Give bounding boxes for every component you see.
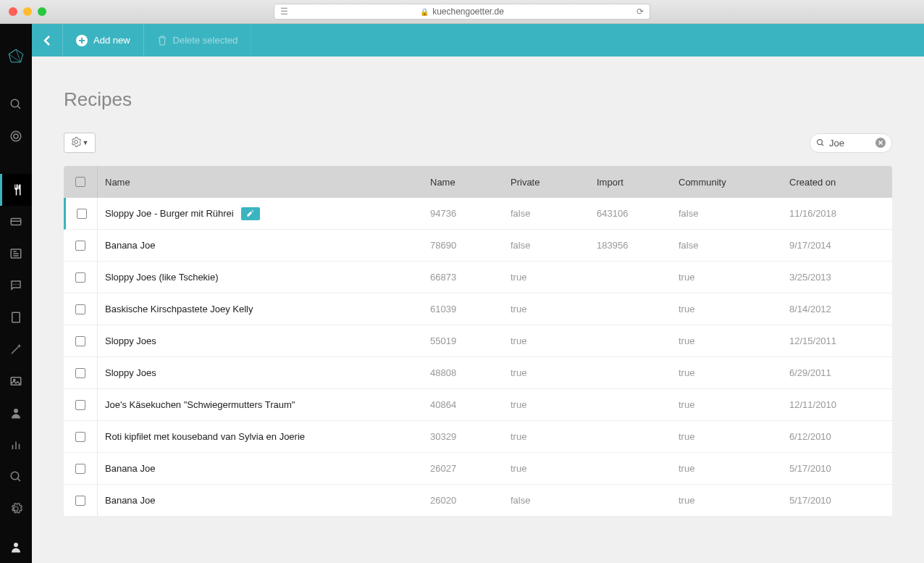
row-name: Banana Joe <box>98 463 423 474</box>
svg-line-28 <box>822 144 824 146</box>
sidebar-news[interactable] <box>0 238 32 270</box>
sidebar-profile[interactable] <box>0 531 32 563</box>
table-settings-button[interactable]: ▼ <box>64 133 96 153</box>
row-checkbox-cell <box>66 198 98 229</box>
url-text: kuechengoetter.de <box>432 7 504 17</box>
close-window-button[interactable] <box>9 7 17 16</box>
sidebar-user[interactable] <box>0 397 32 429</box>
clear-search-button[interactable] <box>875 138 886 148</box>
maximize-window-button[interactable] <box>38 7 46 16</box>
table-row[interactable]: Banana Joe 26020 false true 5/17/2010 <box>64 485 892 517</box>
sidebar-image[interactable] <box>0 365 32 397</box>
row-name: Roti kipfilet met kouseband van Sylvia e… <box>98 431 423 442</box>
traffic-lights <box>9 7 46 16</box>
table-row[interactable]: Joe's Käsekuchen "Schwiegermutters Traum… <box>64 389 892 421</box>
row-checkbox-cell <box>64 293 98 325</box>
sidebar-comments[interactable] <box>0 270 32 301</box>
header-created[interactable]: Created on <box>782 177 891 188</box>
row-id: 55019 <box>423 335 503 346</box>
row-name: Banana Joe <box>98 240 423 251</box>
sidebar-settings[interactable] <box>0 493 32 525</box>
row-private: true <box>503 463 589 474</box>
svg-rect-15 <box>12 312 20 322</box>
row-checkbox-cell <box>64 230 98 261</box>
logo[interactable] <box>0 24 32 88</box>
sidebar-recipes[interactable] <box>0 174 32 206</box>
table-row[interactable]: Sloppy Joes (like Tschekie) 66873 true t… <box>64 262 892 293</box>
row-id: 61039 <box>423 304 503 314</box>
sidebar-target[interactable] <box>0 120 32 152</box>
row-private: false <box>503 240 589 251</box>
sidebar-search2[interactable] <box>0 461 32 493</box>
reader-icon[interactable]: ☰ <box>280 7 288 17</box>
row-private: true <box>503 399 589 410</box>
row-created: 6/29/2011 <box>782 367 891 378</box>
page-title: Recipes <box>64 88 892 111</box>
table-row[interactable]: Baskische Kirschpastete Joey Kelly 61039… <box>64 293 892 325</box>
header-name1[interactable]: Name <box>98 177 423 188</box>
sidebar-wand[interactable] <box>0 333 32 365</box>
delete-selected-label: Delete selected <box>173 35 238 46</box>
url-bar[interactable]: ☰ 🔒 kuechengoetter.de ⟳ <box>274 4 650 20</box>
header-community[interactable]: Community <box>671 177 782 188</box>
delete-selected-button[interactable]: Delete selected <box>144 24 252 57</box>
table-row[interactable]: Sloppy Joe - Burger mit Rührei 94736 fal… <box>64 198 892 230</box>
svg-point-12 <box>13 284 14 285</box>
edit-button[interactable] <box>241 207 260 220</box>
row-checkbox-cell <box>64 421 98 452</box>
header-name2[interactable]: Name <box>423 177 503 188</box>
sidebar-document[interactable] <box>0 301 32 333</box>
add-new-button[interactable]: Add new <box>63 24 144 57</box>
row-name: Sloppy Joe - Burger mit Rührei <box>98 207 423 220</box>
row-checkbox[interactable] <box>75 272 85 283</box>
sidebar-search[interactable] <box>0 88 32 120</box>
search-icon <box>816 138 825 147</box>
refresh-icon[interactable]: ⟳ <box>637 7 644 17</box>
recipes-table: Name Name Private Import Community Creat… <box>64 166 892 517</box>
back-button[interactable] <box>32 24 63 57</box>
row-checkbox[interactable] <box>75 304 85 314</box>
header-import[interactable]: Import <box>589 177 671 188</box>
sidebar-stats[interactable] <box>0 429 32 461</box>
table-search[interactable] <box>810 133 892 153</box>
row-created: 9/17/2014 <box>782 240 891 251</box>
row-name: Baskische Kirschpastete Joey Kelly <box>98 304 423 314</box>
row-id: 40864 <box>423 399 503 410</box>
row-id: 48808 <box>423 367 503 378</box>
row-checkbox[interactable] <box>75 368 85 378</box>
lock-icon: 🔒 <box>420 8 429 16</box>
row-checkbox[interactable] <box>75 432 85 442</box>
row-checkbox[interactable] <box>75 464 85 474</box>
table-row[interactable]: Roti kipfilet met kouseband van Sylvia e… <box>64 421 892 453</box>
table-row[interactable]: Sloppy Joes 48808 true true 6/29/2011 <box>64 357 892 389</box>
row-created: 11/16/2018 <box>782 208 891 219</box>
row-community: true <box>671 335 782 346</box>
row-community: true <box>671 399 782 410</box>
row-community: true <box>671 304 782 314</box>
row-created: 12/15/2011 <box>782 335 891 346</box>
row-checkbox[interactable] <box>75 336 85 346</box>
row-name: Sloppy Joes (like Tschekie) <box>98 272 423 283</box>
svg-point-14 <box>17 284 19 285</box>
row-checkbox[interactable] <box>75 496 85 506</box>
row-checkbox-cell <box>64 262 98 293</box>
sidebar-cards[interactable] <box>0 206 32 238</box>
row-private: true <box>503 304 589 314</box>
table-row[interactable]: Sloppy Joes 55019 true true 12/15/2011 <box>64 325 892 357</box>
svg-point-5 <box>14 134 18 138</box>
select-all-checkbox[interactable] <box>75 177 85 187</box>
header-private[interactable]: Private <box>503 177 589 188</box>
minimize-window-button[interactable] <box>23 7 32 16</box>
row-checkbox[interactable] <box>75 400 85 410</box>
row-community: true <box>671 367 782 378</box>
table-row[interactable]: Banana Joe 78690 false 183956 false 9/17… <box>64 230 892 262</box>
close-circle-icon <box>875 138 886 148</box>
table-row[interactable]: Banana Joe 26027 true true 5/17/2010 <box>64 453 892 485</box>
pencil-icon <box>246 209 254 217</box>
row-private: false <box>503 208 589 219</box>
add-new-label: Add new <box>93 35 130 46</box>
row-checkbox[interactable] <box>75 241 85 251</box>
search-input[interactable] <box>829 138 865 149</box>
row-import: 183956 <box>589 240 671 251</box>
row-checkbox[interactable] <box>77 209 87 219</box>
